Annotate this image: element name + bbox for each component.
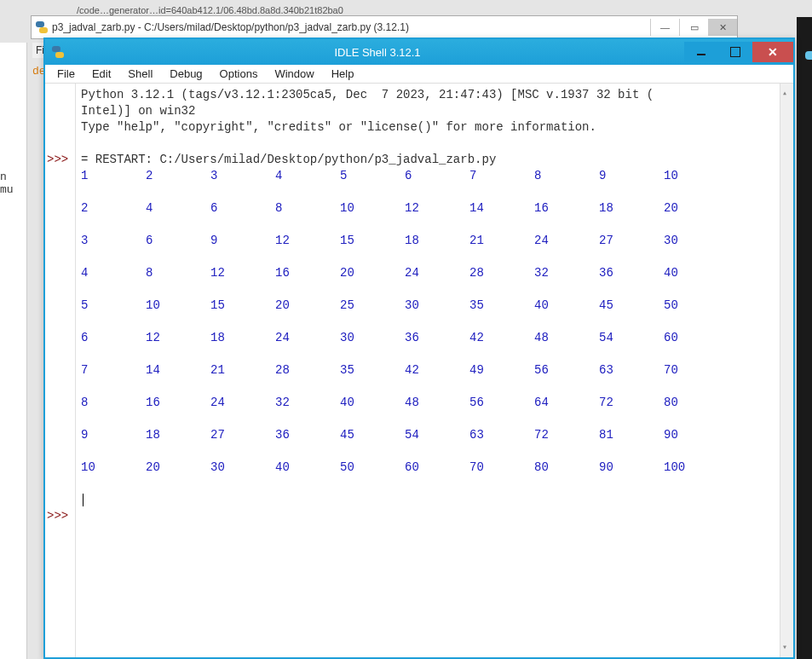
table-cell: 50 (664, 298, 728, 314)
table-cell: 8 (146, 265, 210, 281)
text-cursor (83, 494, 84, 506)
scroll-up-arrow[interactable]: ▴ (782, 85, 787, 101)
table-cell: 30 (405, 298, 469, 314)
idle-shell-window: IDLE Shell 3.12.1 ✕ File Edit Shell Debu… (43, 38, 795, 659)
table-cell: 10 (81, 460, 146, 476)
table-cell: 36 (405, 330, 469, 346)
table-cell: 10 (146, 298, 210, 314)
table-cell: 45 (599, 298, 664, 314)
table-cell: 81 (599, 427, 664, 443)
vertical-scrollbar[interactable]: ▴ ▾ (780, 84, 793, 657)
blank-line (81, 314, 775, 330)
editor-window-titlebar: p3_jadval_zarb.py - C:/Users/milad/Deskt… (31, 15, 738, 39)
table-cell: 6 (81, 330, 146, 346)
shell-menubar: File Edit Shell Debug Options Window Hel… (45, 65, 793, 84)
multiplication-table: 1234567891024681012141618203691215182124… (81, 168, 775, 492)
table-cell: 20 (146, 460, 210, 476)
menu-options[interactable]: Options (211, 66, 267, 82)
table-cell: 3 (81, 233, 146, 249)
maximize-button[interactable] (718, 42, 752, 62)
table-cell: 20 (340, 265, 405, 281)
table-row: 8162432404856647280 (81, 395, 775, 411)
table-cell: 60 (405, 460, 469, 476)
python-icon (32, 20, 52, 34)
scroll-down-arrow[interactable]: ▾ (782, 639, 787, 656)
shell-output[interactable]: Python 3.12.1 (tags/v3.12.1:2305ca5, Dec… (76, 84, 780, 657)
table-cell: 54 (405, 427, 469, 443)
python-icon (45, 45, 71, 59)
table-cell: 9 (210, 233, 275, 249)
table-cell: 4 (146, 200, 210, 217)
table-cell: 27 (210, 427, 275, 443)
table-cell: 49 (469, 362, 534, 379)
blank-line (81, 411, 775, 427)
table-cell: 27 (599, 233, 664, 249)
blank-line (81, 443, 775, 460)
table-cell: 7 (81, 362, 146, 379)
menu-debug[interactable]: Debug (161, 66, 210, 82)
menu-help[interactable]: Help (323, 66, 363, 82)
table-cell: 3 (210, 168, 275, 184)
table-cell: 6 (146, 233, 210, 249)
table-cell: 45 (340, 427, 405, 443)
table-row: 481216202428323640 (81, 265, 775, 281)
editor-minimize-button[interactable]: — (650, 19, 679, 36)
menu-file[interactable]: File (49, 66, 84, 82)
menu-edit[interactable]: Edit (84, 66, 119, 82)
table-cell: 70 (664, 362, 728, 379)
table-cell: 20 (275, 298, 340, 314)
table-cell: 4 (81, 265, 146, 281)
editor-close-button[interactable]: ✕ (708, 19, 737, 36)
table-cell: 28 (275, 362, 340, 379)
minimize-button[interactable] (684, 42, 718, 62)
table-row: 6121824303642485460 (81, 330, 775, 346)
table-cell: 35 (469, 298, 534, 314)
table-cell: 12 (146, 330, 210, 346)
table-cell: 30 (664, 233, 728, 249)
table-cell: 8 (275, 200, 340, 217)
table-cell: 21 (469, 233, 534, 249)
table-cell: 18 (210, 330, 275, 346)
table-cell: 40 (275, 460, 340, 476)
table-row: 36912151821242730 (81, 233, 775, 249)
table-cell: 20 (664, 200, 728, 217)
blank-line (81, 281, 775, 298)
close-button[interactable]: ✕ (752, 42, 793, 62)
table-cell: 32 (534, 265, 599, 281)
table-cell: 10 (340, 200, 405, 217)
table-cell: 14 (469, 200, 534, 217)
table-cell: 30 (210, 460, 275, 476)
table-cell: 72 (534, 427, 599, 443)
table-cell: 5 (81, 298, 146, 314)
table-cell: 8 (81, 395, 146, 411)
table-cell: 32 (275, 395, 340, 411)
table-cell: 24 (534, 233, 599, 249)
shell-titlebar[interactable]: IDLE Shell 3.12.1 ✕ (45, 39, 793, 65)
editor-maximize-button[interactable]: ▭ (679, 19, 708, 36)
table-cell: 80 (664, 395, 728, 411)
table-cell: 12 (275, 233, 340, 249)
blank-line (81, 249, 775, 265)
table-cell: 40 (340, 395, 405, 411)
table-cell: 15 (340, 233, 405, 249)
table-cell: 90 (599, 460, 664, 476)
table-cell: 36 (599, 265, 664, 281)
table-cell: 42 (405, 362, 469, 379)
table-cell: 50 (340, 460, 405, 476)
table-cell: 18 (146, 427, 210, 443)
table-cell: 64 (534, 395, 599, 411)
shell-window-title: IDLE Shell 3.12.1 (71, 46, 684, 59)
table-cell: 5 (340, 168, 405, 184)
table-cell: 48 (534, 330, 599, 346)
table-cell: 6 (210, 200, 275, 217)
blank-line (81, 184, 775, 200)
menu-shell[interactable]: Shell (119, 66, 161, 82)
table-cell: 12 (210, 265, 275, 281)
menu-window[interactable]: Window (266, 66, 322, 82)
table-cell: 24 (210, 395, 275, 411)
table-cell: 24 (275, 330, 340, 346)
table-cell: 9 (81, 427, 146, 443)
table-cell: 56 (534, 362, 599, 379)
restart-line: = RESTART: C:/Users/milad/Desktop/python… (81, 153, 496, 166)
table-cell: 25 (340, 298, 405, 314)
